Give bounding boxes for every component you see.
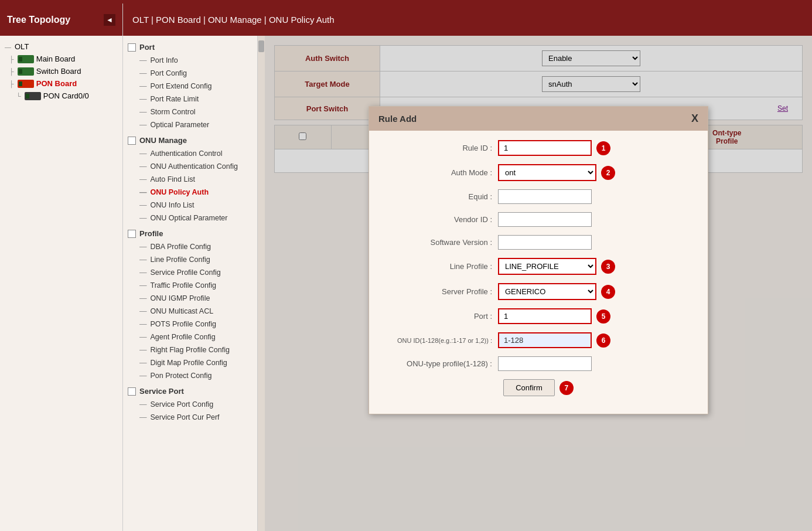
nav-item-trafficprofile[interactable]: — Traffic Profile Config (123, 279, 257, 292)
content-area: OLT | PON Board | ONU Manage | ONU Polic… (123, 4, 812, 531)
nav-item-agentprofile-label: Agent Profile Config (151, 333, 216, 341)
nav-item-onuigmp[interactable]: — ONU IGMP Profile (123, 292, 257, 305)
portinfo-dash: — (139, 56, 147, 64)
nav-item-onuinfolist-label: ONU Info List (151, 201, 195, 209)
nav-section-onumanage-header[interactable]: ONU Manage (123, 134, 257, 147)
nav-item-portinfo[interactable]: — Port Info (123, 54, 257, 67)
nav-item-stormcontrol-label: Storm Control (151, 108, 196, 116)
ruleid-input[interactable] (498, 140, 592, 156)
nav-item-dbaprofile-label: DBA Profile Config (151, 243, 211, 251)
onuid-input[interactable] (498, 332, 592, 348)
nav-section-onumanage: ONU Manage — Authentication Control — ON… (123, 134, 257, 224)
profile-checkbox[interactable] (128, 230, 136, 238)
serviceport-section-label: Service Port (139, 387, 184, 396)
port-input[interactable] (498, 308, 592, 324)
nav-item-portextend[interactable]: — Port Extend Config (123, 80, 257, 93)
profile-section-label: Profile (139, 229, 163, 238)
serverprofile-select[interactable]: GENERICO PROFILE1 (498, 283, 596, 300)
onumanage-section-label: ONU Manage (139, 136, 187, 145)
nav-item-onumulticast-label: ONU Multicast ACL (151, 307, 214, 315)
onuauthconfig-dash: — (139, 162, 147, 171)
nav-item-onuauthconfig[interactable]: — ONU Authentication Config (123, 160, 257, 173)
nav-item-authcontrol[interactable]: — Authentication Control (123, 147, 257, 160)
nav-section-serviceport-header[interactable]: Service Port (123, 384, 257, 398)
nav-item-opticalparameter[interactable]: — Optical Parameter (123, 118, 257, 131)
modal-close-button[interactable]: X (691, 113, 698, 125)
autofindlist-dash: — (139, 175, 147, 183)
nav-item-onupolicyauth[interactable]: — ONU Policy Auth (123, 186, 257, 199)
form-row-serverprofile: Server Profile : GENERICO PROFILE1 4 (381, 283, 696, 300)
nav-item-portratelimit-label: Port Rate Limit (151, 95, 199, 103)
onuid-label: ONU ID(1-128(e.g.:1-17 or 1,2)) : (381, 337, 498, 344)
scrollbar-thumb[interactable] (258, 40, 264, 52)
nav-item-digitmap-label: Digit Map Profile Config (151, 359, 227, 367)
nav-item-agentprofile[interactable]: — Agent Profile Config (123, 331, 257, 343)
nav-item-stormcontrol[interactable]: — Storm Control (123, 105, 257, 118)
softwareversion-label: Software Version : (381, 238, 498, 247)
nav-item-portconfig[interactable]: — Port Config (123, 67, 257, 80)
poncard-connector: └ (16, 93, 21, 100)
nav-item-portratelimit[interactable]: — Port Rate Limit (123, 93, 257, 105)
nav-section-port-header[interactable]: Port (123, 40, 257, 54)
nav-item-onuoptical-label: ONU Optical Parameter (151, 214, 228, 222)
tree-item-mainboard[interactable]: ├ Main Board (2, 53, 120, 65)
breadcrumb-bar: OLT | PON Board | ONU Manage | ONU Polic… (123, 4, 812, 36)
sidebar-toggle-button[interactable]: ◄ (104, 14, 115, 26)
nav-item-lineprofile-label: Line Profile Config (151, 256, 210, 264)
port-checkbox[interactable] (128, 43, 136, 52)
nav-item-autofindlist[interactable]: — Auto Find List (123, 173, 257, 186)
olt-connector: — (5, 43, 11, 50)
nav-item-serviceportcurperf[interactable]: — Service Port Cur Perf (123, 411, 257, 424)
tree-item-ponboard[interactable]: ├ PON Board (2, 77, 120, 90)
nav-item-authcontrol-label: Authentication Control (151, 149, 223, 158)
step-badge-1: 1 (596, 141, 610, 155)
onupolicyauth-dash: — (139, 188, 147, 196)
nav-item-onuinfolist[interactable]: — ONU Info List (123, 199, 257, 212)
tree-item-switchboard-label: Switch Board (36, 67, 81, 76)
authmode-select[interactable]: ont sn mac loid (498, 164, 596, 181)
form-row-authmode: Auth Mode : ont sn mac loid 2 (381, 164, 696, 181)
modal-header: Rule Add X (369, 107, 708, 131)
nav-item-potsprofile[interactable]: — POTS Profile Config (123, 318, 257, 331)
confirm-button[interactable]: Confirm (503, 379, 555, 396)
nav-item-onuigmp-label: ONU IGMP Profile (151, 294, 210, 302)
nav-item-onupolicyauth-label: ONU Policy Auth (151, 188, 209, 196)
lineprofile-select[interactable]: LINE_PROFILE PROFILE1 (498, 258, 596, 275)
nav-item-dbaprofile[interactable]: — DBA Profile Config (123, 240, 257, 253)
onutypeprofile-input[interactable] (498, 356, 592, 371)
nav-item-ponprotect[interactable]: — Pon Protect Config (123, 369, 257, 382)
nav-item-portconfig-label: Port Config (151, 69, 187, 77)
nav-item-rightflag[interactable]: — Right Flag Profile Config (123, 343, 257, 356)
nav-item-serviceprofile[interactable]: — Service Profile Config (123, 266, 257, 279)
onuoptical-dash: — (139, 214, 147, 222)
onutypeprofile-label: ONU-type profile(1-128) : (381, 359, 498, 368)
tree-item-poncard[interactable]: └ PON Card0/0 (2, 90, 120, 102)
tree-view: — OLT ├ Main Board ├ Switch Board ├ PON … (0, 36, 122, 531)
nav-item-onumulticast[interactable]: — ONU Multicast ACL (123, 305, 257, 318)
onumanage-checkbox[interactable] (128, 137, 136, 145)
tree-item-olt[interactable]: — OLT (2, 40, 120, 53)
nav-item-onuoptical[interactable]: — ONU Optical Parameter (123, 212, 257, 224)
serviceport-checkbox[interactable] (128, 387, 136, 396)
nav-item-lineprofile[interactable]: — Line Profile Config (123, 253, 257, 266)
step-badge-2: 2 (601, 166, 615, 180)
nav-item-serviceportconfig[interactable]: — Service Port Config (123, 398, 257, 411)
equid-input[interactable] (498, 189, 592, 204)
mainboard-icon (18, 55, 34, 63)
nav-item-portextend-label: Port Extend Config (151, 82, 212, 90)
serverprofile-label: Server Profile : (381, 287, 498, 296)
softwareversion-input[interactable] (498, 235, 592, 250)
scrollbar-area (258, 36, 265, 531)
modal-overlay: Rule Add X Rule ID : 1 (265, 36, 812, 531)
vendorid-input[interactable] (498, 212, 592, 227)
tree-item-switchboard[interactable]: ├ Switch Board (2, 65, 120, 77)
nav-item-serviceportconfig-label: Service Port Config (151, 400, 214, 409)
tree-item-mainboard-label: Main Board (36, 55, 75, 63)
nav-section-profile-header[interactable]: Profile (123, 227, 257, 240)
tree-item-ponboard-label: PON Board (36, 79, 77, 88)
form-row-onuid: ONU ID(1-128(e.g.:1-17 or 1,2)) : 6 (381, 332, 696, 348)
nav-item-digitmap[interactable]: — Digit Map Profile Config (123, 356, 257, 369)
nav-section-profile: Profile — DBA Profile Config — Line Prof… (123, 227, 257, 382)
nav-item-onuauthconfig-label: ONU Authentication Config (151, 162, 238, 171)
step-badge-7: 7 (559, 381, 574, 395)
